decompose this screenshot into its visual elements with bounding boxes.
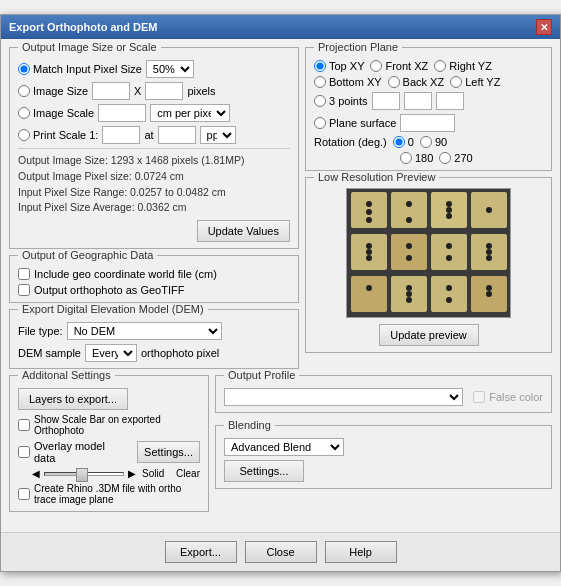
- rot-180-label[interactable]: 180: [400, 152, 433, 164]
- rot-90-label[interactable]: 90: [420, 136, 447, 148]
- output-profile-select[interactable]: [224, 388, 463, 406]
- match-pixel-select[interactable]: 50% 25% 75% 100%: [146, 60, 194, 78]
- update-values-button[interactable]: Update Values: [197, 220, 290, 242]
- right-yz-radio-label[interactable]: Right YZ: [434, 60, 492, 72]
- back-xz-radio[interactable]: [388, 76, 400, 88]
- dem-group: Export Digital Elevation Model (DEM) Fil…: [9, 309, 299, 369]
- update-preview-button[interactable]: Update preview: [379, 324, 479, 346]
- image-scale-input[interactable]: 0.01: [98, 104, 146, 122]
- show-scale-bar-checkbox[interactable]: [18, 419, 30, 431]
- geotiff-text: Output orthophoto as GeoTIFF: [34, 284, 184, 296]
- print-scale-ppi-input[interactable]: 100: [158, 126, 196, 144]
- right-yz-radio[interactable]: [434, 60, 446, 72]
- dialog-title: Export Orthophoto and DEM: [9, 21, 157, 33]
- dem-sample-select[interactable]: Every 2nd 4th 8th: [85, 344, 137, 362]
- print-scale-radio[interactable]: [18, 129, 30, 141]
- left-yz-radio-label[interactable]: Left YZ: [450, 76, 500, 88]
- additional-settings-title: Additonal Settings: [18, 369, 115, 381]
- geo-world-file-checkbox[interactable]: [18, 268, 30, 280]
- image-size-radio[interactable]: [18, 85, 30, 97]
- match-pixel-radio[interactable]: [18, 63, 30, 75]
- false-color-text: False color: [489, 391, 543, 403]
- bottom-xy-radio-label[interactable]: Bottom XY: [314, 76, 382, 88]
- rot-0-radio[interactable]: [393, 136, 405, 148]
- output-profile-title: Output Profile: [224, 369, 299, 381]
- layers-to-export-button[interactable]: Layers to export...: [18, 388, 128, 410]
- image-size-unit: pixels: [187, 85, 215, 97]
- dem-sample-suffix: orthophoto pixel: [141, 347, 219, 359]
- projection-plane-title: Projection Plane: [314, 41, 402, 53]
- image-scale-unit-select[interactable]: cm per pixel: [150, 104, 230, 122]
- plane-surface-input[interactable]: [400, 114, 455, 132]
- front-xz-radio[interactable]: [370, 60, 382, 72]
- blending-group: Blending Advanced Blend Simple Blend Non…: [215, 425, 552, 489]
- svg-point-34: [406, 291, 412, 297]
- three-points-input3[interactable]: [436, 92, 464, 110]
- blending-settings-button[interactable]: Settings...: [224, 460, 304, 482]
- close-dialog-button[interactable]: Close: [245, 541, 317, 563]
- svg-point-27: [446, 243, 452, 249]
- three-points-input1[interactable]: [372, 92, 400, 110]
- rot-0-label[interactable]: 0: [393, 136, 414, 148]
- print-scale-unit-select[interactable]: ppi: [200, 126, 236, 144]
- svg-point-37: [446, 297, 452, 303]
- print-scale-radio-label[interactable]: Print Scale 1:: [18, 129, 98, 141]
- left-arrow-icon: ◀: [32, 468, 40, 479]
- create-rhino-label[interactable]: Create Rhino .3DM file with ortho trace …: [18, 483, 200, 505]
- image-size-radio-label[interactable]: Image Size: [18, 85, 88, 97]
- svg-point-19: [446, 207, 452, 213]
- help-button[interactable]: Help: [325, 541, 397, 563]
- projection-plane-group: Projection Plane Top XY Front XZ Rig: [305, 47, 552, 171]
- overlay-settings-button[interactable]: Settings...: [137, 441, 200, 463]
- plane-surface-radio[interactable]: [314, 117, 326, 129]
- additional-settings-group: Additonal Settings Layers to export... S…: [9, 375, 209, 512]
- rot-270-label[interactable]: 270: [439, 152, 472, 164]
- blending-select[interactable]: Advanced Blend Simple Blend None: [224, 438, 344, 456]
- geo-world-file-label[interactable]: Include geo coordinate world file (cm): [18, 268, 217, 280]
- bottom-xy-label: Bottom XY: [329, 76, 382, 88]
- svg-point-24: [366, 255, 372, 261]
- slider-thumb[interactable]: [76, 468, 88, 482]
- rot-270-radio[interactable]: [439, 152, 451, 164]
- file-type-select[interactable]: No DEM GeoTIFF XYZ: [67, 322, 222, 340]
- image-scale-radio[interactable]: [18, 107, 30, 119]
- show-scale-bar-label[interactable]: Show Scale Bar on exported Orthophoto: [18, 414, 200, 436]
- top-xy-radio-label[interactable]: Top XY: [314, 60, 364, 72]
- geotiff-label[interactable]: Output orthophoto as GeoTIFF: [18, 284, 184, 296]
- output-image-size-group: Output Image Size or Scale Match Input P…: [9, 47, 299, 249]
- create-rhino-checkbox[interactable]: [18, 488, 30, 500]
- slider-track: [44, 472, 124, 476]
- overlay-model-label[interactable]: Overlay model data: [18, 440, 129, 464]
- geotiff-checkbox[interactable]: [18, 284, 30, 296]
- image-size-y-input[interactable]: 512: [145, 82, 183, 100]
- overlay-model-checkbox[interactable]: [18, 446, 30, 458]
- top-xy-radio[interactable]: [314, 60, 326, 72]
- export-button[interactable]: Export...: [165, 541, 237, 563]
- bottom-xy-radio[interactable]: [314, 76, 326, 88]
- three-points-input2[interactable]: [404, 92, 432, 110]
- rot-180-radio[interactable]: [400, 152, 412, 164]
- match-pixel-radio-label[interactable]: Match Input Pixel Size: [18, 63, 142, 75]
- title-bar: Export Orthophoto and DEM ✕: [1, 15, 560, 39]
- three-points-radio[interactable]: [314, 95, 326, 107]
- svg-rect-9: [351, 276, 387, 312]
- false-color-label[interactable]: False color: [473, 391, 543, 403]
- left-yz-radio[interactable]: [450, 76, 462, 88]
- print-scale-value-input[interactable]: 100: [102, 126, 140, 144]
- back-xz-radio-label[interactable]: Back XZ: [388, 76, 445, 88]
- image-size-label: Image Size: [33, 85, 88, 97]
- image-scale-radio-label[interactable]: Image Scale: [18, 107, 94, 119]
- svg-point-32: [366, 285, 372, 291]
- image-size-x-input[interactable]: 512: [92, 82, 130, 100]
- rot-90-radio[interactable]: [420, 136, 432, 148]
- close-button[interactable]: ✕: [536, 19, 552, 35]
- false-color-checkbox[interactable]: [473, 391, 485, 403]
- info-line4: Input Pixel Size Average: 0.0362 cm: [18, 200, 290, 216]
- svg-point-26: [406, 255, 412, 261]
- front-xz-radio-label[interactable]: Front XZ: [370, 60, 428, 72]
- three-points-radio-label[interactable]: 3 points: [314, 95, 368, 107]
- plane-surface-radio-label[interactable]: Plane surface: [314, 117, 396, 129]
- svg-rect-11: [431, 276, 467, 312]
- svg-point-25: [406, 243, 412, 249]
- geographic-data-group: Output of Geographic Data Include geo co…: [9, 255, 299, 303]
